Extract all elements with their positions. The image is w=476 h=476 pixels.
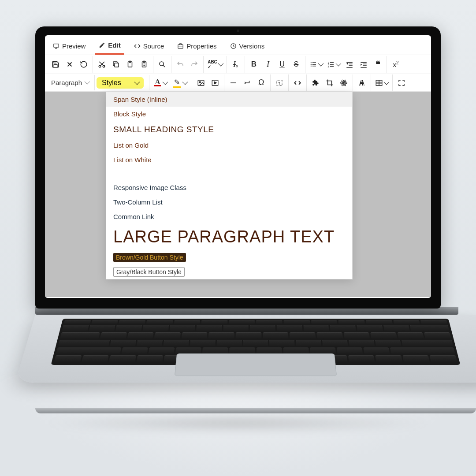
cancel-button[interactable] bbox=[63, 57, 77, 71]
svg-rect-0 bbox=[54, 44, 59, 47]
tab-properties[interactable]: Properties bbox=[174, 39, 220, 55]
blockquote-button[interactable]: ❝ bbox=[371, 57, 385, 71]
strike-button[interactable]: S bbox=[289, 57, 303, 71]
style-option-gray-black-button[interactable]: Gray/Black Button Style bbox=[106, 264, 352, 279]
toolbar-row-2: Paragraph Styles A ✎ bbox=[45, 74, 431, 92]
save-button[interactable] bbox=[48, 57, 63, 71]
image-button[interactable] bbox=[194, 76, 208, 90]
number-list-button[interactable]: 123 bbox=[325, 57, 342, 71]
svg-rect-27 bbox=[363, 64, 367, 65]
svg-rect-24 bbox=[349, 65, 353, 66]
style-option-list-gold[interactable]: List on Gold bbox=[106, 138, 352, 152]
undo-button[interactable] bbox=[173, 57, 187, 71]
mode-tabs: Preview Edit Source Properties Versions bbox=[45, 35, 431, 55]
tab-versions[interactable]: Versions bbox=[227, 39, 268, 55]
keyboard-deck bbox=[15, 315, 476, 383]
svg-point-2 bbox=[99, 65, 101, 67]
svg-point-31 bbox=[199, 82, 201, 83]
svg-rect-23 bbox=[349, 64, 353, 65]
tab-edit[interactable]: Edit bbox=[95, 39, 124, 55]
history-button[interactable] bbox=[77, 57, 91, 71]
indent-button[interactable] bbox=[357, 57, 371, 71]
monitor-icon bbox=[53, 43, 60, 49]
tab-preview[interactable]: Preview bbox=[49, 39, 89, 55]
svg-rect-4 bbox=[115, 63, 119, 67]
video-button[interactable] bbox=[208, 76, 222, 90]
style-option-responsive-img[interactable]: Responsive Image Class bbox=[106, 180, 352, 195]
outdent-button[interactable] bbox=[342, 57, 357, 71]
svg-rect-1 bbox=[178, 45, 183, 48]
cut-button[interactable] bbox=[95, 57, 109, 71]
svg-point-12 bbox=[311, 66, 312, 67]
clear-format-button[interactable]: I× bbox=[229, 57, 243, 71]
paste-text-button[interactable] bbox=[137, 57, 151, 71]
svg-rect-25 bbox=[346, 67, 353, 68]
bullet-list-button[interactable] bbox=[307, 57, 325, 71]
chevron-down-icon bbox=[134, 81, 138, 85]
highlight-button[interactable]: ✎ bbox=[171, 76, 190, 90]
redo-button[interactable] bbox=[187, 57, 201, 71]
svg-point-9 bbox=[160, 62, 164, 66]
tab-source[interactable]: Source bbox=[130, 39, 168, 55]
editor-canvas[interactable]: Span Style (Inline) Block Style SMALL HE… bbox=[45, 92, 431, 297]
style-option-large-paragraph[interactable]: LARGE PARAGRAPH TEXT bbox=[106, 224, 352, 250]
chevron-down-icon bbox=[85, 80, 90, 86]
hr-button[interactable] bbox=[226, 76, 240, 90]
style-option-two-col[interactable]: Two-Column List bbox=[106, 195, 352, 209]
styles-dropdown[interactable]: Styles bbox=[97, 77, 144, 89]
svg-rect-22 bbox=[346, 62, 353, 63]
svg-point-11 bbox=[311, 64, 312, 65]
style-option-common-link[interactable]: Common Link bbox=[106, 209, 352, 224]
style-option-span-inline[interactable]: Span Style (Inline) bbox=[106, 92, 352, 107]
history-icon bbox=[230, 43, 237, 49]
superscript-button[interactable]: x2 bbox=[389, 57, 403, 71]
label: Gray/Black Button Style bbox=[113, 267, 185, 277]
text-color-button[interactable]: A bbox=[151, 76, 171, 90]
briefcase-icon bbox=[177, 43, 184, 49]
style-option-list-white[interactable]: List on White bbox=[106, 152, 352, 167]
bold-button[interactable]: B bbox=[247, 57, 261, 71]
spacer bbox=[106, 167, 352, 180]
deck-front-edge bbox=[35, 408, 476, 413]
tab-label: Versions bbox=[239, 42, 265, 50]
italic-button[interactable]: I bbox=[261, 57, 275, 71]
crop-button[interactable] bbox=[323, 76, 337, 90]
underline-button[interactable]: U bbox=[275, 57, 289, 71]
svg-rect-20 bbox=[330, 64, 334, 65]
code-icon bbox=[134, 43, 141, 49]
svg-text:¶: ¶ bbox=[278, 81, 280, 85]
specialchar-button[interactable]: Ω bbox=[254, 76, 268, 90]
find-button[interactable] bbox=[155, 57, 169, 71]
plugin-button[interactable] bbox=[309, 76, 323, 90]
svg-rect-14 bbox=[312, 64, 316, 65]
pencil-icon bbox=[99, 42, 105, 48]
style-option-block[interactable]: Block Style bbox=[106, 107, 352, 121]
svg-point-35 bbox=[343, 82, 344, 83]
tab-label: Source bbox=[143, 42, 164, 50]
paragraph-format-dropdown[interactable]: Paragraph bbox=[47, 75, 95, 90]
table-button[interactable] bbox=[373, 76, 390, 90]
tab-label: Edit bbox=[108, 41, 120, 49]
style-option-brown-gold-button[interactable]: Brown/Gold Button Style bbox=[106, 250, 352, 264]
styles-dropdown-panel: Span Style (Inline) Block Style SMALL HE… bbox=[106, 92, 353, 279]
screen-bezel: Preview Edit Source Properties Versions bbox=[35, 26, 441, 309]
label: Brown/Gold Button Style bbox=[113, 253, 186, 262]
dropdown-label: Paragraph bbox=[51, 79, 82, 86]
style-option-small-heading[interactable]: SMALL HEADING STYLE bbox=[106, 121, 352, 138]
screen: Preview Edit Source Properties Versions bbox=[45, 35, 431, 298]
source-code-button[interactable] bbox=[290, 76, 305, 90]
select-all-button[interactable]: ¶ bbox=[272, 76, 286, 90]
paste-button[interactable] bbox=[123, 57, 137, 71]
linebreak-button[interactable] bbox=[240, 76, 254, 90]
tab-label: Preview bbox=[62, 42, 86, 50]
road-button[interactable] bbox=[355, 76, 369, 90]
svg-rect-13 bbox=[312, 63, 316, 63]
dropdown-label: Styles bbox=[102, 79, 121, 87]
camera-notch bbox=[207, 26, 269, 35]
spellcheck-button[interactable]: ABC✓ bbox=[205, 57, 225, 71]
toolbar-row-1: ABC✓ I× B I U S 123 ❝ bbox=[45, 55, 431, 74]
copy-button[interactable] bbox=[109, 57, 123, 71]
atom-button[interactable] bbox=[337, 76, 351, 90]
fullscreen-button[interactable] bbox=[394, 76, 409, 90]
svg-rect-15 bbox=[312, 66, 316, 67]
